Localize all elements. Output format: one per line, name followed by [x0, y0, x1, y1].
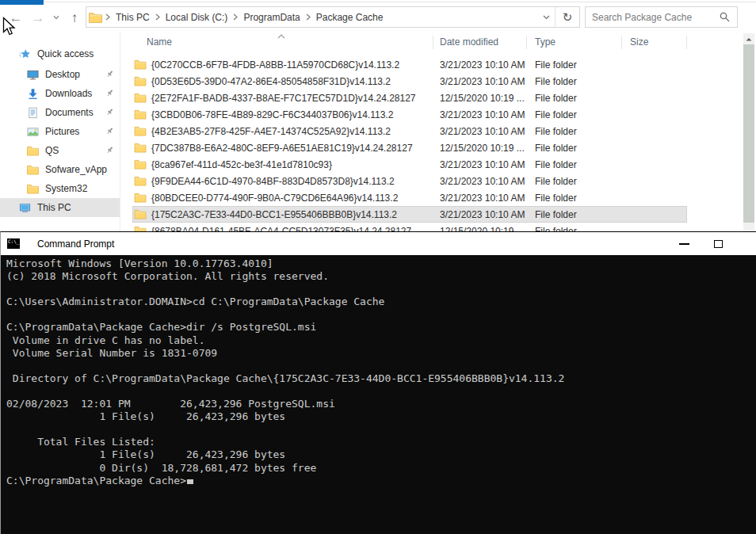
breadcrumb-this-pc[interactable]: This PC — [110, 12, 155, 23]
table-row[interactable]: {4B2E3AB5-27F8-425F-A4E7-14374C525A92}v1… — [132, 123, 687, 139]
folder-icon — [134, 176, 147, 186]
file-type: File folder — [535, 176, 630, 187]
table-row[interactable]: {0C270CCB-6F7B-4FDB-A8BB-11A5970CD68C}v1… — [132, 56, 687, 73]
window-title: Command Prompt — [37, 238, 114, 250]
file-date-modified: 12/15/2020 10:19 ... — [440, 93, 535, 104]
file-date-modified: 3/21/2023 10:10 AM — [440, 76, 535, 87]
file-date-modified: 3/21/2023 10:10 AM — [440, 209, 535, 220]
column-separator[interactable] — [526, 36, 527, 49]
file-type: File folder — [535, 109, 630, 120]
table-row[interactable]: {175C2A3C-7E33-44D0-BCC1-E955406BBB0B}v1… — [132, 206, 687, 223]
column-headers: Name Date modified Type Size — [120, 33, 756, 52]
file-date-modified: 12/15/2020 10:19 ... — [440, 143, 535, 154]
sidebar-item-downloads[interactable]: Downloads — [0, 84, 120, 103]
search-icon[interactable] — [720, 12, 730, 22]
table-row[interactable]: {80BDCEE0-D774-490F-9B0A-C79CD6E64A96}v1… — [132, 189, 687, 206]
sidebar-item-system32[interactable]: System32 — [0, 179, 120, 198]
file-date-modified: 3/21/2023 10:10 AM — [440, 159, 535, 170]
picture-icon — [27, 126, 39, 138]
sidebar-item-label: Downloads — [45, 88, 92, 99]
folder-icon — [89, 12, 102, 23]
file-date-modified: 3/21/2023 10:10 AM — [440, 109, 535, 120]
up-button[interactable]: ↑ — [63, 6, 86, 29]
scrollbar-thumb[interactable] — [743, 44, 754, 223]
folder-icon — [134, 159, 147, 170]
file-name: {0D53E6D5-39D0-47A2-86E4-85054858F31D}v1… — [151, 76, 440, 87]
sidebar-item-label: This PC — [37, 202, 71, 213]
sidebar-item-label: Desktop — [45, 69, 80, 80]
column-header-size[interactable]: Size — [630, 36, 648, 48]
cmd-title-bar[interactable]: C:\_ Command Prompt — [1, 232, 756, 255]
file-type: File folder — [535, 93, 630, 104]
forward-button[interactable]: → — [27, 6, 49, 29]
document-icon — [27, 107, 39, 119]
address-dropdown-button[interactable] — [537, 7, 555, 27]
window-top-border — [44, 2, 756, 2]
sidebar-item-label: Documents — [45, 107, 94, 118]
command-prompt-window: C:\_ Command Prompt Microsoft Windows [V… — [0, 231, 756, 534]
recent-locations-button[interactable] — [49, 6, 63, 29]
refresh-icon: ↻ — [563, 10, 573, 25]
table-row[interactable]: {8678BA04-D161-45BF-ACA4-CC5D13073F35}v1… — [132, 223, 687, 231]
folder-icon — [27, 184, 39, 194]
table-row[interactable]: {2E72FA1F-BADB-4337-B8AE-F7C17EC57D1D}v1… — [132, 90, 687, 106]
sidebar-item-label: Sofware_vApp — [45, 164, 107, 175]
search-input[interactable] — [586, 12, 716, 23]
table-row[interactable]: {8ca967ef-411d-452c-be3f-41e1d7810c93} 3… — [132, 156, 687, 173]
sidebar-item-sofware-vapp[interactable]: Sofware_vApp — [0, 160, 120, 179]
file-name: {0C270CCB-6F7B-4FDB-A8BB-11A5970CD68C}v1… — [151, 59, 440, 71]
column-header-type[interactable]: Type — [535, 36, 556, 48]
sidebar-item-quick-access[interactable]: Quick access — [0, 44, 120, 63]
table-row[interactable]: {9F9DEA44-6C1D-4970-84BF-883D4D8573D8}v1… — [132, 173, 687, 189]
file-name: {8ca967ef-411d-452c-be3f-41e1d7810c93} — [151, 159, 440, 170]
terminal-output-area[interactable]: Microsoft Windows [Version 10.0.17763.40… — [1, 255, 756, 534]
file-date-modified: 3/21/2023 10:10 AM — [440, 126, 535, 137]
desktop-icon — [27, 69, 39, 81]
file-list-pane: Name Date modified Type Size {0C270CCB-6… — [120, 33, 756, 231]
table-row[interactable]: {0D53E6D5-39D0-47A2-86E4-85054858F31D}v1… — [132, 73, 687, 90]
address-bar[interactable]: This PC Local Disk (C:) ProgramData Pack… — [86, 6, 580, 28]
folder-icon — [134, 109, 147, 120]
column-header-name[interactable]: Name — [147, 36, 172, 48]
breadcrumb-local-disk-c[interactable]: Local Disk (C:) — [160, 12, 234, 23]
file-name: {175C2A3C-7E33-44D0-BCC1-E955406BBB0B}v1… — [151, 209, 440, 220]
minimize-button[interactable] — [670, 232, 697, 255]
folder-icon — [134, 93, 147, 103]
folder-icon — [134, 209, 147, 219]
breadcrumb-package-cache[interactable]: Package Cache — [311, 12, 389, 23]
sidebar-item-documents[interactable]: Documents — [0, 103, 120, 122]
up-icon: ↑ — [71, 11, 78, 25]
sidebar-item-pictures[interactable]: Pictures — [0, 122, 120, 141]
computer-icon — [19, 202, 31, 214]
cmd-icon: C:\_ — [7, 238, 20, 249]
table-row[interactable]: {3CBD0B06-78FE-4B89-829C-F6C344037B06}v1… — [132, 106, 687, 123]
chevron-down-icon — [53, 15, 59, 20]
search-box[interactable] — [585, 6, 738, 28]
file-type: File folder — [535, 143, 630, 154]
file-date-modified: 3/21/2023 10:10 AM — [440, 59, 535, 71]
explorer-toolbar: ← → ↑ This PC Local Disk (C:) ProgramDat… — [0, 5, 756, 32]
column-header-date-modified[interactable]: Date modified — [440, 36, 498, 48]
column-separator[interactable] — [686, 36, 687, 49]
pin-icon — [105, 89, 114, 97]
refresh-button[interactable]: ↻ — [555, 7, 579, 27]
sidebar-item-label: QS — [45, 145, 59, 156]
column-separator[interactable] — [621, 36, 622, 49]
column-separator[interactable] — [433, 36, 433, 49]
table-row[interactable]: {7DC387B8-E6A2-480C-8EF9-A6E51AE81C19}v1… — [132, 139, 687, 156]
sidebar-item-desktop[interactable]: Desktop — [0, 65, 120, 84]
sidebar-item-label: Quick access — [37, 48, 94, 59]
file-name: {4B2E3AB5-27F8-425F-A4E7-14374C525A92}v1… — [151, 126, 440, 137]
breadcrumb-programdata[interactable]: ProgramData — [238, 12, 305, 23]
vertical-scrollbar[interactable] — [743, 33, 754, 231]
file-type: File folder — [535, 193, 630, 204]
scrollbar-up-icon[interactable] — [743, 33, 754, 44]
file-name: {7DC387B8-E6A2-480C-8EF9-A6E51AE81C19}v1… — [151, 143, 440, 154]
download-arrow-icon — [27, 88, 39, 100]
pin-icon — [105, 70, 114, 78]
folder-icon — [134, 76, 147, 86]
sidebar-item-this-pc[interactable]: This PC — [0, 198, 120, 217]
maximize-button[interactable] — [704, 232, 731, 255]
file-type: File folder — [535, 76, 630, 87]
sidebar-item-qs[interactable]: QS — [0, 141, 120, 160]
